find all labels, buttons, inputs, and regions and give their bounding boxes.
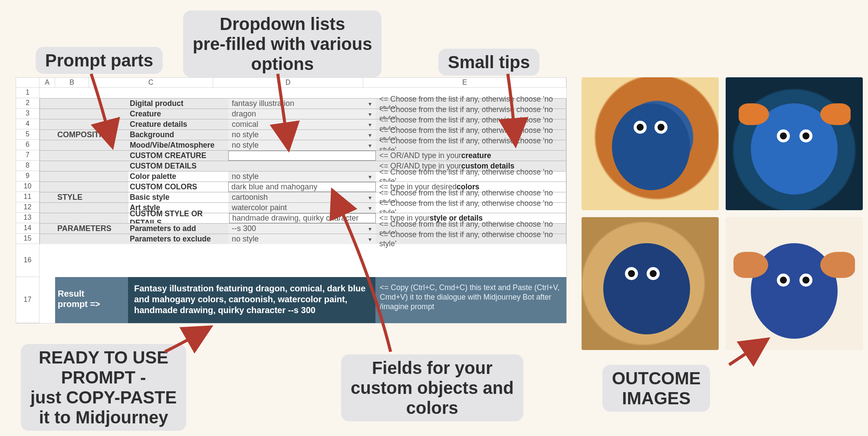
row-7[interactable]: 7: [16, 150, 39, 161]
callout-outcome: OUTCOME IMAGES: [602, 365, 710, 412]
section-composition: [56, 99, 128, 109]
row-5[interactable]: 5: [16, 129, 39, 140]
tip-custom-creature: <= OR/AND type in your creature: [376, 151, 566, 161]
row-numbers: 1 2 3 4 5 6 7 8 9 10 11 12 13 14 15 16 1…: [16, 88, 39, 323]
row-15[interactable]: 15: [16, 234, 39, 244]
label-params-add: Parameters to add: [128, 224, 228, 234]
row-17[interactable]: 17: [16, 277, 39, 323]
row-14[interactable]: 14: [16, 223, 39, 234]
label-color-palette: Color palette: [128, 172, 228, 182]
cell-custom-details[interactable]: [228, 161, 376, 171]
col-c[interactable]: C: [89, 78, 213, 88]
result-label: Result prompt =>: [55, 277, 128, 323]
column-headers: A B C D E: [16, 78, 566, 88]
row-12[interactable]: 12: [16, 202, 39, 213]
corner-cell[interactable]: [16, 78, 39, 88]
callout-small-tips: Small tips: [438, 49, 539, 76]
col-b[interactable]: B: [55, 78, 89, 88]
dropdown-mood[interactable]: no style: [228, 140, 376, 150]
row-3[interactable]: 3: [16, 109, 39, 119]
row-16[interactable]: 16: [16, 244, 39, 277]
label-params-exclude: Parameters to exclude: [128, 234, 228, 244]
section-style-label: STYLE: [56, 192, 128, 202]
label-custom-details: CUSTOM DETAILS: [128, 161, 228, 171]
row-4[interactable]: 4: [16, 119, 39, 129]
dropdown-art-style[interactable]: watercolor paint: [228, 203, 376, 213]
outcome-image-3: [582, 217, 719, 350]
row-6[interactable]: 6: [16, 140, 39, 150]
label-custom-colors: CUSTOM COLORS: [128, 182, 228, 192]
label-mood: Mood/Vibe/Atmosphere: [128, 140, 228, 150]
col-a[interactable]: A: [39, 78, 55, 88]
dropdown-digital-product[interactable]: fantasy illustration: [228, 99, 376, 109]
callout-prompt-parts: Prompt parts: [36, 47, 163, 74]
outcome-image-4: [726, 217, 863, 350]
row-11[interactable]: 11: [16, 192, 39, 202]
callout-custom-fields: Fields for your custom objects and color…: [341, 354, 523, 421]
callout-ready-prompt: READY TO USE PROMPT - just COPY-PASTE it…: [21, 344, 186, 431]
col-d[interactable]: D: [213, 78, 363, 88]
callout-dropdowns: Dropdown lists pre-filled with various o…: [183, 10, 381, 77]
input-custom-colors[interactable]: dark blue and mahogany: [228, 182, 376, 192]
input-custom-creature[interactable]: [228, 151, 376, 161]
dropdown-basic-style[interactable]: cartoonish: [228, 192, 376, 202]
tip-mood: <= Choose from the list if any, otherwis…: [376, 140, 566, 150]
input-custom-style[interactable]: handmade drawing, quirky character: [229, 213, 376, 223]
result-prompt-text[interactable]: Fantasy illustration featuring dragon, c…: [128, 277, 375, 323]
outcome-image-2: [726, 77, 863, 210]
label-background: Background: [128, 130, 228, 140]
row-9[interactable]: 9: [16, 171, 39, 182]
label-digital-product: Digital product: [128, 99, 228, 109]
row-10[interactable]: 10: [16, 182, 39, 192]
section-parameters-label: PARAMETERS: [56, 224, 128, 234]
spreadsheet: A B C D E 1 2 3 4 5 6 7 8 9 10 11 12 13 …: [16, 77, 567, 324]
dropdown-creature-details[interactable]: comical: [228, 119, 376, 129]
row-1[interactable]: 1: [16, 88, 39, 98]
dropdown-color-palette[interactable]: no style: [228, 172, 376, 182]
tip-color-palette: <= Choose from the list if any, otherwis…: [376, 172, 566, 182]
dropdown-creature[interactable]: dragon: [228, 109, 376, 119]
outcome-image-1: [582, 77, 719, 210]
dropdown-background[interactable]: no style: [228, 130, 376, 140]
dropdown-params-exclude[interactable]: no style: [228, 234, 376, 244]
section-composition-label: COMPOSITION: [56, 130, 128, 140]
tip-art-style: <= Choose from the list if any, otherwis…: [376, 203, 566, 213]
dropdown-params-add[interactable]: --s 300: [228, 224, 376, 234]
row-2[interactable]: 2: [16, 98, 39, 109]
label-creature-details: Creature details: [128, 119, 228, 129]
tip-params-exclude: <= Choose from the list if any, otherwis…: [376, 234, 566, 244]
col-e[interactable]: E: [363, 78, 566, 88]
outcome-images-grid: [582, 77, 863, 350]
label-custom-creature: CUSTOM CREATURE: [128, 151, 228, 161]
row-8[interactable]: 8: [16, 161, 39, 171]
row-13[interactable]: 13: [16, 213, 39, 223]
label-custom-style: CUSTOM STYLE OR DETAILS: [128, 213, 229, 223]
label-basic-style: Basic style: [128, 192, 228, 202]
label-creature: Creature: [128, 109, 228, 119]
result-hint: <= Copy (Ctrl+C, Cmd+C) this text and Pa…: [375, 277, 566, 323]
